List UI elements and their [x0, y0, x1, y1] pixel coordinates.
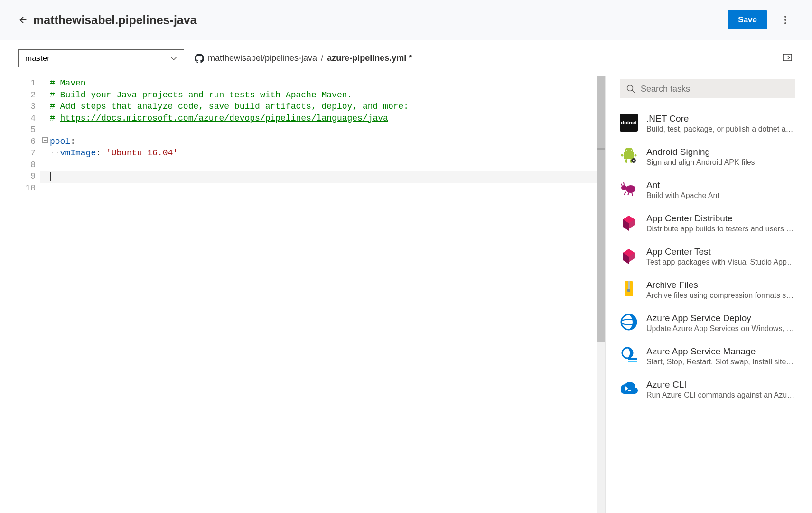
branch-selector[interactable]: master — [18, 49, 184, 67]
breadcrumb-separator: / — [321, 53, 323, 63]
code-line[interactable]: # Maven — [50, 77, 597, 89]
fullscreen-icon — [783, 54, 792, 61]
task-description: Update Azure App Services on Windows, We… — [646, 324, 795, 333]
task-item[interactable]: Azure CLIRun Azure CLI commands against … — [620, 373, 795, 406]
code-editor[interactable]: # Maven# Build your Java projects and ru… — [40, 76, 597, 513]
task-title: Azure App Service Deploy — [646, 313, 795, 323]
task-item[interactable]: Azure App Service DeployUpdate Azure App… — [620, 306, 795, 340]
editor-pane: 12345678910 − # Maven# Build your Java p… — [0, 76, 606, 513]
header: matthewisabel.pipelines-java Save — [0, 0, 812, 40]
task-title: Android Signing — [646, 147, 795, 157]
page-title: matthewisabel.pipelines-java — [33, 13, 728, 27]
line-number: 2 — [0, 89, 40, 101]
task-description: Run Azure CLI commands against an Azure … — [646, 391, 795, 399]
back-arrow-icon[interactable] — [18, 15, 28, 25]
task-title: Ant — [646, 180, 795, 190]
task-text: Azure CLIRun Azure CLI commands against … — [646, 380, 795, 399]
appcenter-icon — [620, 247, 638, 265]
line-number: 3 — [0, 101, 40, 113]
line-number: 7 — [0, 147, 40, 159]
tasks-panel: dotnet.NET CoreBuild, test, package, or … — [606, 76, 812, 513]
line-number: 6 — [0, 136, 40, 148]
task-item[interactable]: Azure App Service ManageStart, Stop, Res… — [620, 340, 795, 373]
task-text: App Center DistributeDistribute app buil… — [646, 213, 795, 233]
code-line[interactable] — [50, 159, 597, 171]
breadcrumb-repo[interactable]: matthewisabel/pipelines-java — [208, 53, 317, 63]
task-item[interactable]: App Center TestTest app packages with Vi… — [620, 240, 795, 273]
breadcrumb-filename: azure-pipelines.yml * — [327, 53, 412, 63]
code-line[interactable] — [40, 171, 597, 183]
task-list: dotnet.NET CoreBuild, test, package, or … — [620, 107, 795, 406]
task-description: Sign and align Android APK files — [646, 158, 795, 167]
save-button[interactable]: Save — [728, 10, 767, 29]
task-item[interactable]: Android SigningSign and align Android AP… — [620, 140, 795, 173]
dotnet-icon: dotnet — [620, 114, 638, 132]
code-line[interactable]: ··vmImage: 'Ubuntu 16.04' — [50, 147, 597, 159]
minimap-mark — [597, 148, 605, 150]
line-number: 5 — [0, 124, 40, 136]
task-item[interactable]: AntBuild with Apache Ant — [620, 173, 795, 207]
code-line[interactable] — [50, 124, 597, 136]
fold-toggle[interactable]: − — [42, 137, 48, 143]
task-description: Build, test, package, or publish a dotne… — [646, 125, 795, 133]
search-input[interactable] — [641, 84, 788, 94]
scrollbar-thumb[interactable] — [597, 76, 605, 342]
more-vertical-icon — [784, 16, 786, 24]
editor-scrollbar[interactable] — [597, 76, 606, 513]
line-number: 9 — [0, 171, 40, 182]
svg-point-1 — [784, 19, 786, 21]
subheader: master matthewisabel/pipelines-java / az… — [0, 40, 812, 76]
svg-point-2 — [784, 22, 786, 24]
task-text: .NET CoreBuild, test, package, or publis… — [646, 114, 795, 133]
task-item[interactable]: App Center DistributeDistribute app buil… — [620, 207, 795, 240]
line-number: 10 — [0, 182, 40, 194]
search-tasks-box[interactable] — [620, 79, 795, 98]
archive-icon — [620, 280, 638, 298]
search-icon — [626, 85, 635, 93]
svg-point-4 — [627, 86, 633, 91]
azure-manage-icon — [620, 346, 638, 364]
task-title: App Center Test — [646, 247, 795, 257]
branch-name: master — [25, 54, 50, 63]
appcenter-icon — [620, 213, 638, 231]
svg-point-0 — [784, 16, 786, 18]
task-text: Android SigningSign and align Android AP… — [646, 147, 795, 167]
task-item[interactable]: dotnet.NET CoreBuild, test, package, or … — [620, 107, 795, 140]
line-number: 8 — [0, 159, 40, 171]
more-options-button[interactable] — [777, 11, 794, 28]
task-text: Archive FilesArchive files using compres… — [646, 280, 795, 300]
task-title: Archive Files — [646, 280, 795, 290]
task-text: AntBuild with Apache Ant — [646, 180, 795, 200]
line-number-gutter: 12345678910 — [0, 76, 40, 513]
task-title: .NET Core — [646, 114, 795, 124]
android-icon — [620, 147, 638, 165]
task-description: Start, Stop, Restart, Slot swap, Install… — [646, 358, 795, 366]
code-line[interactable]: # Add steps that analyze code, save buil… — [50, 101, 597, 113]
code-line[interactable]: # Build your Java projects and run tests… — [50, 89, 597, 101]
code-line[interactable]: # https://docs.microsoft.com/azure/devop… — [50, 113, 597, 124]
task-title: App Center Distribute — [646, 213, 795, 224]
line-number: 1 — [0, 77, 40, 89]
fullscreen-button[interactable] — [781, 52, 794, 65]
line-number: 4 — [0, 113, 40, 124]
task-text: App Center TestTest app packages with Vi… — [646, 247, 795, 266]
task-item[interactable]: Archive FilesArchive files using compres… — [620, 273, 795, 306]
task-title: Azure CLI — [646, 380, 795, 390]
code-line[interactable]: pool: — [50, 136, 597, 148]
github-icon — [195, 54, 204, 63]
breadcrumb: matthewisabel/pipelines-java / azure-pip… — [195, 53, 781, 63]
task-title: Azure App Service Manage — [646, 346, 795, 357]
main-content: 12345678910 − # Maven# Build your Java p… — [0, 76, 812, 513]
azure-globe-icon — [620, 313, 638, 331]
svg-rect-3 — [783, 54, 792, 61]
task-description: Archive files using compression formats … — [646, 291, 795, 300]
task-text: Azure App Service ManageStart, Stop, Res… — [646, 346, 795, 366]
chevron-down-icon — [170, 57, 177, 60]
ant-icon — [620, 180, 638, 198]
task-description: Test app packages with Visual Studio App… — [646, 258, 795, 266]
task-text: Azure App Service DeployUpdate Azure App… — [646, 313, 795, 333]
azure-cli-icon — [620, 380, 638, 398]
task-description: Distribute app builds to testers and use… — [646, 225, 795, 233]
code-line[interactable] — [50, 183, 597, 195]
task-description: Build with Apache Ant — [646, 191, 795, 200]
